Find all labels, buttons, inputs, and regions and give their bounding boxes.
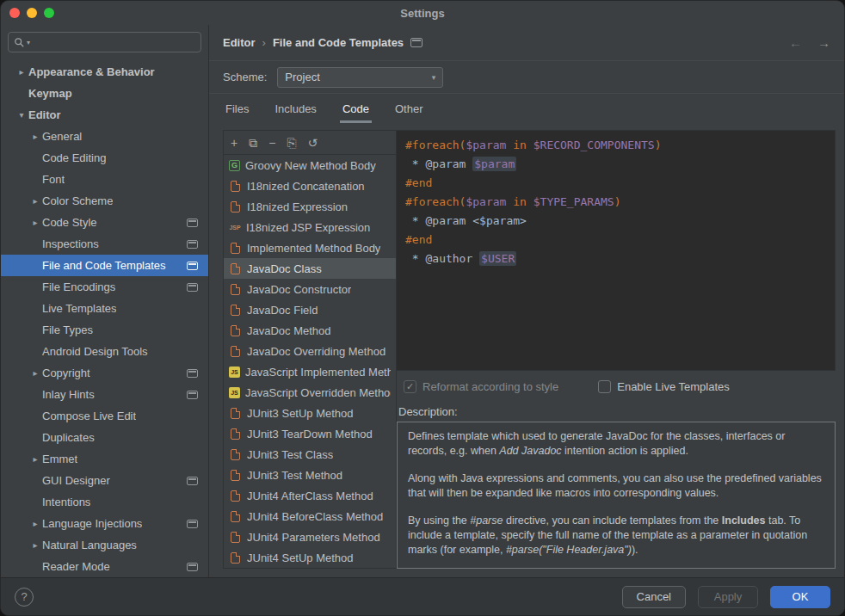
sidebar-item-general[interactable]: ▸General — [1, 126, 208, 147]
forward-arrow-icon[interactable]: → — [817, 35, 830, 50]
search-input[interactable] — [32, 35, 195, 50]
settings-search[interactable]: ▾ — [8, 32, 201, 52]
template-list-item[interactable]: JUnit4 Parameters Method — [224, 527, 396, 547]
template-list-item[interactable]: JUnit3 Test Class — [224, 444, 396, 465]
tab-other[interactable]: Other — [392, 102, 426, 123]
template-list-item[interactable]: GGroovy New Method Body — [224, 155, 396, 176]
sidebar-item-color-scheme[interactable]: ▸Color Scheme — [1, 190, 208, 212]
code-line: #foreach($param in $RECORD_COMPONENTS) — [405, 136, 826, 155]
sidebar-item-label: Color Scheme — [42, 194, 113, 207]
close-button[interactable] — [9, 8, 20, 18]
tab-code[interactable]: Code — [340, 102, 372, 123]
sidebar-item-label: Live Templates — [42, 302, 116, 315]
breadcrumb-editor[interactable]: Editor — [223, 36, 256, 49]
search-options-arrow-icon[interactable]: ▾ — [27, 39, 30, 46]
enable-live-templates-checkbox[interactable] — [598, 380, 611, 393]
chevron-right-icon[interactable]: ▸ — [15, 67, 28, 77]
chevron-right-icon[interactable]: ▸ — [28, 540, 42, 550]
template-list-item[interactable]: JSPI18nized JSP Expression — [224, 217, 396, 237]
sidebar-item-gui-designer[interactable]: GUI Designer — [1, 470, 208, 491]
template-editor[interactable]: #foreach($param in $RECORD_COMPONENTS) *… — [397, 130, 836, 371]
sidebar-item-label: Reader Mode — [42, 560, 110, 573]
sidebar-item-keymap[interactable]: Keymap — [1, 83, 208, 104]
chevron-right-icon[interactable]: ▸ — [28, 519, 42, 528]
code-line: #end — [405, 231, 826, 249]
sidebar-item-emmet[interactable]: ▸Emmet — [1, 448, 208, 470]
template-name: JUnit3 TearDown Method — [247, 428, 373, 440]
ok-button[interactable]: OK — [770, 586, 830, 608]
chevron-right-icon[interactable]: ▸ — [28, 132, 42, 141]
sidebar-item-android-design-tools[interactable]: Android Design Tools — [1, 341, 208, 362]
sidebar-item-code-style[interactable]: ▸Code Style — [1, 212, 208, 233]
tab-files[interactable]: Files — [223, 102, 251, 123]
sidebar-item-intentions[interactable]: Intentions — [1, 491, 208, 513]
template-list-item[interactable]: JUnit4 BeforeClass Method — [224, 506, 396, 527]
template-list-item[interactable]: I18nized Expression — [224, 196, 396, 217]
sidebar-item-appearance-behavior[interactable]: ▸Appearance & Behavior — [1, 61, 208, 83]
apply-button[interactable]: Apply — [698, 586, 758, 608]
template-list-item[interactable]: JavaDoc Constructor — [224, 279, 396, 299]
description-paragraph: Defines template which used to generate … — [408, 429, 824, 459]
sidebar-item-language-injections[interactable]: ▸Language Injections — [1, 513, 208, 534]
page-title: File and Code Templates — [273, 36, 404, 49]
scheme-select[interactable]: Project ▾ — [277, 67, 443, 88]
sidebar-item-label: Language Injections — [42, 517, 142, 530]
template-list-item[interactable]: JSJavaScript Overridden Method — [224, 382, 396, 403]
sidebar-item-duplicates[interactable]: Duplicates — [1, 427, 208, 448]
template-list-item[interactable]: JUnit3 TearDown Method — [224, 423, 396, 444]
zoom-button[interactable] — [44, 8, 54, 18]
template-icon — [231, 201, 240, 213]
template-list-item[interactable]: JavaDoc Field — [224, 299, 396, 320]
description-box[interactable]: Defines template which used to generate … — [397, 422, 836, 569]
template-name: JUnit3 SetUp Method — [247, 407, 354, 420]
copy-template-button[interactable]: ⧉ — [249, 137, 257, 149]
template-list-item[interactable]: JavaDoc Method — [224, 320, 396, 341]
template-name: JUnit3 Test Class — [247, 448, 333, 461]
reset-template-button[interactable]: ↺ — [308, 137, 318, 149]
template-list-item[interactable]: JUnit3 Test Method — [224, 465, 396, 485]
scheme-label: Scheme: — [223, 71, 267, 83]
sidebar-item-live-templates[interactable]: Live Templates — [1, 298, 208, 319]
reformat-checkbox[interactable]: ✓ — [404, 380, 416, 393]
reformat-label: Reformat according to style — [422, 380, 558, 393]
help-button[interactable]: ? — [15, 588, 34, 607]
chevron-down-icon[interactable]: ▾ — [15, 110, 28, 120]
sidebar-item-code-editing[interactable]: Code Editing — [1, 147, 208, 169]
sidebar-item-file-types[interactable]: File Types — [1, 319, 208, 341]
add-template-button[interactable]: + — [231, 137, 237, 149]
cancel-button[interactable]: Cancel — [622, 586, 686, 608]
footer-buttons: Cancel Apply OK — [622, 586, 830, 608]
template-list-item[interactable]: Implemented Method Body — [224, 237, 396, 258]
sidebar-item-compose-live-edit[interactable]: Compose Live Edit — [1, 405, 208, 427]
tab-includes[interactable]: Includes — [272, 102, 318, 123]
minimize-button[interactable] — [27, 8, 37, 18]
chevron-right-icon[interactable]: ▸ — [28, 196, 42, 206]
duplicate-template-button[interactable]: ⎘ — [287, 137, 296, 149]
sidebar-item-file-encodings[interactable]: File Encodings — [1, 276, 208, 298]
template-name: I18nized Concatenation — [247, 180, 365, 193]
template-list-item[interactable]: I18nized Concatenation — [224, 176, 396, 196]
sidebar-item-reader-mode[interactable]: Reader Mode — [1, 556, 208, 577]
sidebar-item-editor[interactable]: ▾Editor — [1, 104, 208, 126]
template-name: JavaDoc Field — [247, 304, 318, 317]
sidebar-item-inlay-hints[interactable]: Inlay Hints — [1, 384, 208, 405]
back-arrow-icon[interactable]: ← — [789, 35, 802, 50]
template-name: JavaDoc Overriding Method — [247, 345, 385, 358]
template-list-item[interactable]: JavaDoc Class — [224, 258, 396, 279]
template-list-item[interactable]: JUnit3 SetUp Method — [224, 403, 396, 423]
template-list-item[interactable]: JSJavaScript Implemented Method — [224, 361, 396, 382]
sidebar-item-copyright[interactable]: ▸Copyright — [1, 362, 208, 384]
groovy-icon: G — [229, 160, 240, 171]
sidebar-item-label: Duplicates — [42, 431, 95, 444]
remove-template-button[interactable]: − — [268, 137, 275, 149]
template-list-item[interactable]: JavaDoc Overriding Method — [224, 341, 396, 361]
sidebar-item-natural-languages[interactable]: ▸Natural Languages — [1, 534, 208, 556]
chevron-right-icon[interactable]: ▸ — [28, 218, 42, 227]
sidebar-item-file-and-code-templates[interactable]: File and Code Templates — [1, 255, 208, 276]
template-list-item[interactable]: JUnit4 AfterClass Method — [224, 485, 396, 506]
sidebar-item-font[interactable]: Font — [1, 169, 208, 190]
sidebar-item-inspections[interactable]: Inspections — [1, 233, 208, 255]
chevron-right-icon[interactable]: ▸ — [28, 454, 42, 464]
template-list-item[interactable]: JUnit4 SetUp Method — [224, 547, 396, 568]
chevron-right-icon[interactable]: ▸ — [28, 368, 42, 378]
